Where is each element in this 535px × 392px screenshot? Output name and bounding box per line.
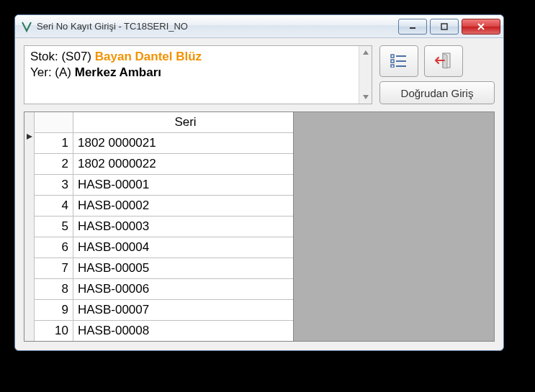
stock-label: Stok: (S07)	[30, 50, 95, 63]
window: Seri No Kayıt Girişi - TC18SERI_NO Stok:…	[14, 14, 504, 351]
row-index: 4	[35, 196, 73, 216]
close-button[interactable]	[462, 19, 500, 35]
row-serial[interactable]: HASB-00003	[73, 216, 293, 237]
row-index: 7	[35, 258, 73, 278]
row-index: 5	[35, 216, 73, 237]
row-index: 3	[35, 175, 73, 195]
list-button[interactable]	[379, 45, 418, 77]
row-index: 8	[35, 279, 73, 299]
row-serial[interactable]: HASB-00005	[73, 258, 293, 278]
table-row[interactable]: 3HASB-00001	[35, 175, 293, 196]
scroll-down-icon[interactable]	[359, 91, 372, 104]
stock-name: Bayan Dantel Blüz	[95, 50, 202, 63]
table-row[interactable]: 5HASB-00003	[35, 216, 293, 237]
info-panel: Stok: (S07) Bayan Dantel Blüz Yer: (A) M…	[24, 45, 372, 104]
table-row[interactable]: 10HASB-00008	[35, 321, 293, 341]
row-serial[interactable]: HASB-00007	[73, 300, 293, 320]
row-serial[interactable]: 1802 0000022	[73, 154, 293, 174]
row-serial[interactable]: HASB-00001	[73, 175, 293, 195]
serial-grid[interactable]: Seri 11802 000002121802 00000223HASB-000…	[35, 112, 294, 341]
table-row[interactable]: 11802 0000021	[35, 133, 293, 154]
svg-rect-6	[391, 65, 394, 68]
exit-button[interactable]	[424, 45, 463, 77]
row-indicator[interactable]	[24, 112, 35, 341]
svg-rect-1	[441, 24, 447, 29]
client-area: Stok: (S07) Bayan Dantel Blüz Yer: (A) M…	[15, 38, 503, 350]
row-index: 9	[35, 300, 73, 320]
table-row[interactable]: 6HASB-00004	[35, 237, 293, 258]
row-index: 10	[35, 321, 73, 341]
row-serial[interactable]: HASB-00006	[73, 279, 293, 299]
table-row[interactable]: 7HASB-00005	[35, 258, 293, 279]
table-row[interactable]: 4HASB-00002	[35, 196, 293, 216]
window-title: Seri No Kayıt Girişi - TC18SERI_NO	[37, 21, 188, 32]
row-serial[interactable]: 1802 0000021	[73, 133, 293, 153]
grid-area: Seri 11802 000002121802 00000223HASB-000…	[24, 111, 495, 342]
grid-header-serial[interactable]: Seri	[73, 112, 293, 132]
minimize-button[interactable]	[398, 19, 427, 35]
row-serial[interactable]: HASB-00004	[73, 237, 293, 257]
svg-rect-2	[391, 55, 394, 58]
grid-header-index[interactable]	[35, 112, 73, 132]
table-row[interactable]: 9HASB-00007	[35, 300, 293, 321]
grid-header[interactable]: Seri	[35, 112, 293, 133]
app-icon	[21, 21, 32, 32]
row-index: 1	[35, 133, 73, 153]
direct-entry-label: Doğrudan Giriş	[401, 87, 474, 99]
svg-rect-4	[391, 60, 394, 63]
info-scrollbar[interactable]	[359, 46, 372, 104]
list-icon	[390, 53, 408, 70]
row-index: 6	[35, 237, 73, 257]
maximize-button[interactable]	[430, 19, 459, 35]
scroll-up-icon[interactable]	[359, 46, 372, 59]
direct-entry-button[interactable]: Doğrudan Giriş	[379, 81, 495, 104]
location-name: Merkez Ambarı	[75, 65, 161, 79]
row-index: 2	[35, 154, 73, 174]
row-serial[interactable]: HASB-00008	[73, 321, 293, 341]
exit-icon	[434, 52, 453, 71]
table-row[interactable]: 21802 0000022	[35, 154, 293, 175]
table-row[interactable]: 8HASB-00006	[35, 279, 293, 300]
grid-spacer	[294, 112, 494, 341]
row-serial[interactable]: HASB-00002	[73, 196, 293, 216]
location-label: Yer: (A)	[30, 65, 75, 79]
titlebar[interactable]: Seri No Kayıt Girişi - TC18SERI_NO	[15, 15, 503, 38]
